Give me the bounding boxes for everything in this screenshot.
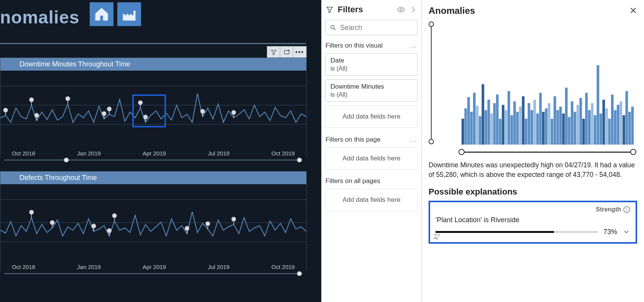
visual-filter-button[interactable] [267,46,280,58]
ellipsis-icon: ••• [296,49,304,56]
x-tick: Jul 2019 [208,264,230,270]
close-button[interactable]: ✕ [629,5,637,16]
svg-rect-74 [542,112,545,144]
anomalies-pane: Anomalies ✕ Downtime Minutes was unexpec… [422,0,644,302]
svg-rect-62 [508,91,510,144]
svg-rect-46 [462,119,464,144]
svg-rect-65 [516,112,519,144]
svg-rect-47 [464,108,467,144]
svg-rect-51 [476,106,479,145]
eye-icon[interactable] [397,5,405,14]
svg-rect-53 [481,84,484,144]
x-range-handle[interactable] [630,149,636,155]
chevron-down-icon[interactable] [623,228,630,236]
factory-button[interactable] [117,2,141,26]
page-title: nomalies [0,7,79,28]
svg-point-40 [205,221,210,226]
filter-dropzone-visual[interactable]: Add data fields here [325,106,417,128]
svg-point-5 [3,108,8,112]
visual-more-button[interactable]: ••• [293,46,306,58]
x-tick: Apr 2019 [143,150,166,157]
section-title: Filters on all pages [325,177,380,185]
explanation-text: 'Plant Location' is Riverside [435,216,630,224]
svg-rect-70 [531,110,533,145]
svg-rect-82 [565,87,568,144]
svg-rect-94 [600,114,602,145]
svg-rect-95 [602,100,605,145]
possible-explanations-title: Possible explanations [429,187,637,197]
section-title: Filters on this visual [325,42,383,50]
report-canvas: nomalies ••• Downtime Minutes Throughout… [0,0,321,302]
svg-rect-104 [628,112,631,144]
y-range-handle[interactable] [429,139,434,144]
time-scrubber[interactable] [4,272,302,275]
x-tick: Apr 2019 [143,264,166,270]
svg-rect-0 [284,51,289,54]
strength-percent: 73% [603,228,617,236]
filter-icon [325,5,334,14]
svg-line-45 [334,28,335,30]
svg-rect-72 [536,114,539,145]
svg-point-7 [29,97,34,102]
visual-focus-button[interactable] [280,46,293,58]
svg-rect-56 [490,114,493,145]
chevron-right-icon[interactable] [409,5,417,14]
search-input[interactable] [340,24,413,32]
mini-chart-plot [462,27,634,145]
svg-point-13 [102,111,107,116]
svg-rect-57 [493,103,496,145]
svg-rect-68 [525,119,527,144]
svg-point-28 [29,210,34,215]
info-icon[interactable]: i [623,206,630,213]
section-more[interactable]: ... [409,41,417,50]
x-range-handle[interactable] [458,149,465,155]
chart-plot [0,184,306,257]
x-range-track[interactable] [461,152,634,153]
filter-name: Downtime Minutes [330,83,412,91]
y-range-track[interactable] [431,23,432,143]
svg-rect-83 [568,117,570,145]
anomaly-mini-chart[interactable] [429,20,637,158]
svg-point-42 [232,217,236,221]
svg-rect-89 [585,93,588,145]
svg-point-44 [331,25,334,29]
svg-point-21 [232,110,236,115]
explanation-card[interactable]: Strength i 'Plant Location' is Riverside… [429,201,637,244]
svg-rect-86 [577,105,579,144]
svg-rect-73 [539,93,542,145]
home-button[interactable] [90,2,113,26]
filter-card-date[interactable]: Date is (All) [325,53,417,76]
scrub-handle[interactable] [297,271,302,276]
chart-defects[interactable]: Defects Throughout Time Oct 2018 Jan 201… [0,171,307,271]
time-scrubber[interactable] [4,159,302,161]
svg-rect-78 [554,96,556,145]
svg-rect-92 [594,115,596,144]
chart-title: Downtime Minutes Throughout Time [0,58,306,71]
svg-rect-66 [519,107,522,145]
svg-rect-80 [559,107,562,145]
filter-dropzone-page[interactable]: Add data fields here [325,147,417,170]
x-tick: Oct 2018 [12,264,35,270]
svg-rect-84 [571,101,573,144]
search-icon [330,24,336,31]
apply-filter-icon[interactable] [433,233,442,241]
filter-search[interactable] [325,20,417,35]
y-range-handle[interactable] [429,21,434,27]
filters-pane: Filters Filters on this visual ... Date … [321,0,422,302]
svg-rect-96 [605,108,608,144]
scrub-handle[interactable] [64,158,69,162]
svg-rect-64 [513,101,516,144]
svg-rect-102 [623,115,625,144]
svg-rect-101 [619,101,622,144]
svg-rect-90 [588,110,591,145]
svg-rect-85 [573,112,576,144]
svg-rect-97 [608,119,611,144]
svg-rect-91 [591,103,593,145]
section-more[interactable]: ... [409,135,417,144]
chart-downtime[interactable]: Downtime Minutes Throughout Time Oct 201… [0,58,307,157]
filter-dropzone-all[interactable]: Add data fields here [325,189,417,211]
svg-point-19 [200,109,205,114]
filter-card-downtime[interactable]: Downtime Minutes is (All) [325,79,417,102]
factory-icon [121,6,138,23]
scrub-handle[interactable] [297,158,302,162]
